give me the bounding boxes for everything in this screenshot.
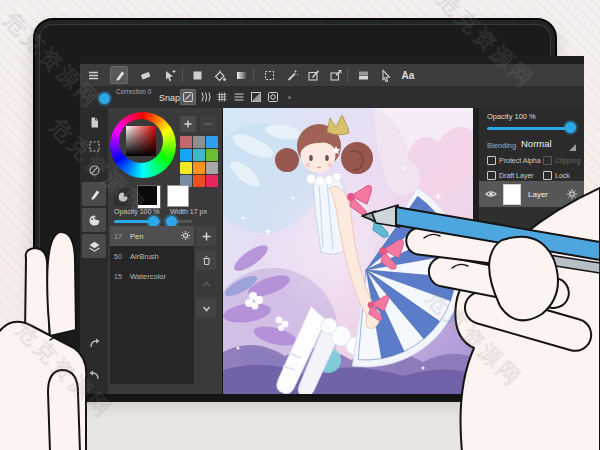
layer-row[interactable]: Layer: [479, 181, 584, 207]
filled-square-icon: [191, 69, 204, 82]
trash-icon: [201, 255, 212, 266]
main-toolbar: Aa: [80, 64, 584, 86]
sidebar-brush-panel[interactable]: [82, 182, 106, 206]
gear-icon[interactable]: [566, 188, 578, 200]
palette-icon: [88, 214, 101, 227]
pointer-tool-button[interactable]: [376, 66, 394, 84]
snap-vanish-button[interactable]: [248, 89, 264, 105]
delete-brush-button[interactable]: [196, 250, 216, 270]
add-layer-button[interactable]: [493, 364, 511, 382]
color-swatch[interactable]: [206, 175, 218, 187]
layer-thumbnail[interactable]: [503, 184, 521, 205]
sidebar-redo[interactable]: [82, 330, 106, 354]
text-tool-button[interactable]: Aa: [396, 66, 420, 84]
chevron-up-icon: [201, 279, 212, 290]
color-swatch[interactable]: [193, 162, 205, 174]
app-screen: Aa Correction 0 Snap: [80, 56, 584, 402]
plus-icon: [201, 231, 212, 242]
eye-icon[interactable]: [484, 188, 498, 200]
lock-label: Lock: [555, 172, 570, 179]
lock-checkbox[interactable]: [543, 171, 552, 180]
edit-selection-button[interactable]: [304, 66, 322, 84]
brush-row-watercolor[interactable]: 15 Watercolor: [110, 266, 194, 286]
brush-list: 17 Pen 50 AirBrush 15 Watercolor: [110, 226, 194, 384]
protect-alpha-label: Protect Alpha: [499, 157, 541, 164]
color-swatch[interactable]: [206, 136, 218, 148]
tool-sidebar: [80, 108, 108, 394]
screen-bottom-strip: [80, 394, 584, 402]
chevron-down-icon: [201, 303, 212, 314]
color-swatch[interactable]: [193, 149, 205, 161]
foreground-color-swatch[interactable]: [138, 186, 160, 208]
snap-grid-button[interactable]: [214, 89, 230, 105]
color-swatch[interactable]: [206, 162, 218, 174]
layer-panel: Opacity 100 % Blending Normal Protect Al…: [479, 108, 584, 394]
sidebar-undo[interactable]: [82, 362, 106, 386]
shape-fill-button[interactable]: [188, 66, 206, 84]
color-swatch[interactable]: [180, 149, 192, 161]
color-swatch[interactable]: [193, 175, 205, 187]
sidebar-new-document[interactable]: [82, 110, 106, 134]
undo-arrow-icon: [88, 368, 101, 381]
magic-wand-button[interactable]: [282, 66, 300, 84]
layer-list-area[interactable]: [479, 207, 584, 349]
layer-panel-bottom-bar: [479, 356, 584, 394]
drawing-canvas[interactable]: [222, 108, 472, 394]
eraser-tool-button[interactable]: [136, 66, 154, 84]
palette-picker-button[interactable]: [114, 188, 132, 206]
brush-icon: [88, 188, 101, 201]
snap-off-icon: [182, 91, 194, 103]
brush-down-button[interactable]: [196, 298, 216, 318]
color-swatch[interactable]: [180, 136, 192, 148]
sidebar-select[interactable]: [82, 134, 106, 158]
bucket-fill-button[interactable]: [210, 66, 228, 84]
add-brush-button[interactable]: [196, 226, 216, 246]
protect-alpha-checkbox[interactable]: [487, 156, 496, 165]
plus-icon: [497, 368, 508, 379]
background-color-swatch[interactable]: [168, 186, 188, 206]
blending-dropdown[interactable]: Normal: [521, 138, 552, 149]
clipping-checkbox[interactable]: [543, 156, 552, 165]
divide-layer-button[interactable]: [354, 66, 372, 84]
brush-size: 50: [114, 253, 130, 260]
brush-row-airbrush[interactable]: 50 AirBrush: [110, 246, 194, 266]
color-swatch[interactable]: [193, 136, 205, 148]
snap-parallel-button[interactable]: [197, 89, 213, 105]
brush-up-button[interactable]: [196, 274, 216, 294]
gear-icon[interactable]: [180, 230, 191, 241]
export-button[interactable]: [326, 66, 344, 84]
correction-slider-knob[interactable]: [99, 93, 110, 104]
add-swatch-button[interactable]: [180, 116, 196, 132]
layer-name: Layer: [528, 190, 548, 199]
draft-layer-checkbox[interactable]: [487, 171, 496, 180]
brush-name: Pen: [130, 232, 143, 241]
snap-horizontal-button[interactable]: [231, 89, 247, 105]
remove-swatch-button[interactable]: [200, 116, 216, 132]
marquee-icon: [263, 69, 276, 82]
toolbar-separator: [347, 68, 348, 82]
color-swatch[interactable]: [206, 149, 218, 161]
select-tool-button[interactable]: [260, 66, 278, 84]
move-tool-button[interactable]: [160, 66, 178, 84]
pen-tool-button[interactable]: [110, 66, 128, 84]
gradient-tool-button[interactable]: [232, 66, 250, 84]
sidebar-deselect[interactable]: [82, 158, 106, 182]
dropdown-corner-icon[interactable]: [569, 144, 576, 151]
color-swatch[interactable]: [180, 162, 192, 174]
layer-opacity-track[interactable]: [487, 127, 575, 130]
sidebar-layers-panel[interactable]: [82, 234, 106, 258]
selection-icon: [88, 140, 101, 153]
text-tool-label: Aa: [402, 70, 415, 81]
sidebar-color-panel[interactable]: [82, 208, 106, 232]
menu-button[interactable]: [84, 66, 102, 84]
snap-radial-button[interactable]: [265, 89, 281, 105]
snap-more-dot[interactable]: [288, 96, 291, 99]
brush-row-pen[interactable]: 17 Pen: [110, 226, 194, 246]
saturation-value-picker[interactable]: [126, 126, 156, 156]
arrow-cursor-icon: [379, 69, 392, 82]
layer-menu-button[interactable]: [519, 364, 537, 382]
toolbar-separator: [182, 68, 183, 82]
layer-opacity-knob[interactable]: [565, 122, 576, 133]
snap-off-button[interactable]: [180, 89, 196, 105]
snap-label: Snap: [159, 93, 180, 103]
